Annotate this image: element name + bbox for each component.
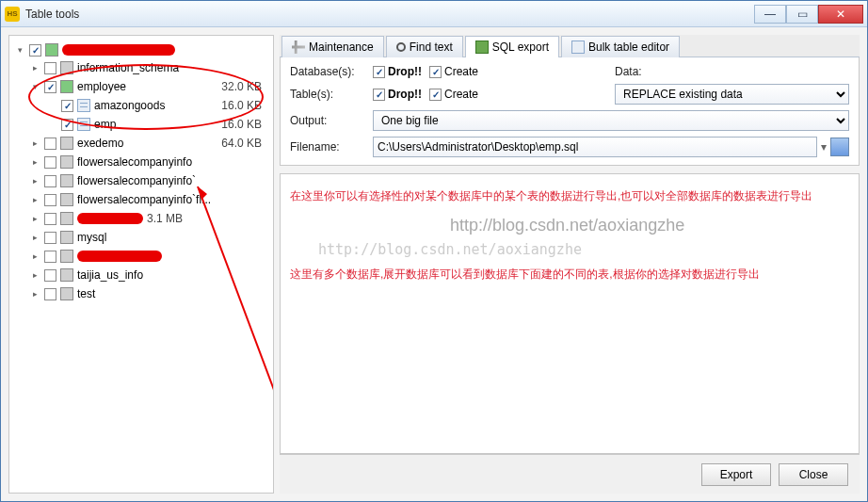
watermark: http://blog.csdn.net/aoxiangzhe (450, 212, 684, 239)
tree-label: exedemo (77, 137, 217, 150)
expander-icon[interactable]: ▸ (30, 233, 40, 243)
tbl-create-checkbox[interactable]: Create (429, 88, 478, 101)
tree-label: emp (94, 118, 217, 131)
expander-icon[interactable]: ▸ (30, 176, 40, 186)
save-icon[interactable] (830, 138, 849, 156)
expander-icon[interactable]: ▾ (30, 82, 40, 92)
expander-icon[interactable]: ▾ (15, 45, 25, 56)
expander-icon[interactable]: ▸ (30, 289, 40, 300)
tab-maintenance[interactable]: Maintenance (281, 36, 384, 57)
sql-icon (475, 40, 489, 54)
tree-table-item[interactable]: amazongoods16.0 KB (13, 96, 269, 115)
export-button[interactable]: Export (701, 463, 771, 486)
tree-checkbox[interactable] (44, 269, 56, 282)
data-mode-select[interactable]: REPLACE existing data (615, 84, 849, 105)
tree-label: flowersalecompanyinfo`fl... (77, 193, 258, 206)
tree-label: amazongoods (94, 99, 217, 112)
dialog-footer: Export Close (280, 454, 860, 494)
minimize-button[interactable]: — (754, 5, 786, 24)
table-icon (77, 118, 90, 131)
db-create-checkbox[interactable]: Create (429, 65, 478, 78)
tree-root[interactable]: ▾ (13, 41, 269, 58)
preview-area[interactable]: 在这里你可以有选择性的对某个数据库中的某个表的数据进行导出,也可以对全部数据库的… (280, 173, 860, 454)
expander-icon[interactable] (47, 120, 57, 130)
expander-icon[interactable]: ▸ (30, 251, 40, 262)
tree-checkbox[interactable] (61, 100, 73, 112)
tree-size: 64.0 KB (221, 137, 267, 150)
tab-sql-export[interactable]: SQL export (465, 36, 559, 57)
tree-db-item[interactable]: ▸test (13, 284, 269, 303)
tab-bar: Maintenance Find text SQL export Bulk ta… (280, 35, 860, 57)
tree-db-item[interactable]: ▾employee32.0 KB (13, 77, 269, 96)
tree-checkbox[interactable] (44, 138, 56, 150)
expander-icon[interactable]: ▸ (30, 214, 40, 224)
tree-db-item[interactable]: ▸mysql (13, 228, 269, 247)
database-icon (60, 61, 73, 74)
root-checkbox[interactable] (29, 44, 41, 57)
tree-db-item[interactable]: ▸flowersalecompanyinfo` (13, 171, 269, 190)
tree-db-item[interactable]: ▸flowersalecompanyinfo`fl... (13, 190, 269, 209)
close-window-button[interactable]: ✕ (818, 5, 863, 24)
output-select[interactable]: One big file (373, 110, 849, 131)
label-tables: Table(s): (290, 88, 365, 101)
tree-db-item[interactable]: ▸flowersalecompanyinfo (13, 153, 269, 171)
tab-find-text[interactable]: Find text (386, 36, 463, 57)
tree-checkbox[interactable] (44, 175, 56, 187)
tree-checkbox[interactable] (44, 156, 56, 169)
expander-icon[interactable]: ▸ (30, 63, 40, 73)
tree-checkbox[interactable] (44, 251, 56, 263)
expander-icon[interactable]: ▸ (30, 138, 40, 149)
tbl-drop-checkbox[interactable]: Drop!! (373, 88, 422, 101)
db-drop-checkbox[interactable]: Drop!! (373, 65, 422, 78)
tree-db-item[interactable]: ▸3.1 MB (13, 209, 269, 228)
tree-checkbox[interactable] (44, 62, 56, 74)
tree-checkbox[interactable] (44, 288, 56, 300)
redacted-label (77, 251, 162, 262)
redacted-label (77, 213, 143, 224)
tab-bulk-editor[interactable]: Bulk table editor (561, 36, 680, 57)
tree-label: taijia_us_info (77, 268, 258, 282)
close-button[interactable]: Close (779, 463, 848, 486)
tree-checkbox[interactable] (44, 232, 56, 244)
expander-icon[interactable]: ▸ (30, 157, 40, 168)
annotation-note-1: 在这里你可以有选择性的对某个数据库中的某个表的数据进行导出,也可以对全部数据库的… (290, 187, 849, 205)
tree-db-item[interactable]: ▸taijia_us_info (13, 266, 269, 284)
tree-label: test (77, 287, 258, 300)
database-icon (60, 250, 73, 263)
redacted-label (62, 44, 175, 56)
expander-icon[interactable]: ▸ (30, 195, 40, 205)
database-tree[interactable]: ▾ ▸information_schema▾employee32.0 KBama… (8, 35, 274, 494)
tree-db-item[interactable]: ▸information_schema (13, 58, 269, 77)
tree-checkbox[interactable] (61, 119, 73, 131)
bulk-icon (571, 40, 585, 54)
maximize-button[interactable]: ▭ (786, 5, 818, 24)
database-icon (60, 212, 73, 225)
database-icon (60, 268, 73, 282)
watermark-2: http://blog.csdn.net/aoxiangzhe (318, 238, 582, 261)
tree-size: 3.1 MB (147, 212, 188, 225)
tree-size: 32.0 KB (221, 80, 267, 93)
tree-size: 16.0 KB (221, 99, 267, 112)
server-icon (45, 43, 58, 57)
tree-checkbox[interactable] (44, 194, 56, 206)
filename-input[interactable] (373, 137, 817, 157)
database-icon (60, 155, 73, 169)
expander-icon[interactable] (47, 101, 57, 111)
tree-checkbox[interactable] (44, 213, 56, 225)
annotation-note-2: 这里有多个数据库,展开数据库可以看到数据库下面建的不同的表,根据你的选择对数据进… (290, 266, 849, 283)
titlebar[interactable]: HS Table tools — ▭ ✕ (1, 1, 867, 27)
tree-checkbox[interactable] (44, 81, 56, 93)
table-icon (77, 99, 90, 112)
label-filename: Filename: (290, 140, 365, 154)
tree-label: employee (77, 80, 217, 93)
tree-label: information_schema (77, 61, 258, 74)
database-icon (60, 193, 73, 206)
tree-db-item[interactable]: ▸ (13, 247, 269, 266)
tree-db-item[interactable]: ▸exedemo64.0 KB (13, 134, 269, 153)
tree-table-item[interactable]: emp16.0 KB (13, 115, 269, 134)
database-icon (60, 231, 73, 244)
label-databases: Database(s): (290, 65, 365, 78)
expander-icon[interactable]: ▸ (30, 270, 40, 281)
wrench-icon (292, 40, 305, 54)
label-data: Data: (615, 65, 849, 78)
